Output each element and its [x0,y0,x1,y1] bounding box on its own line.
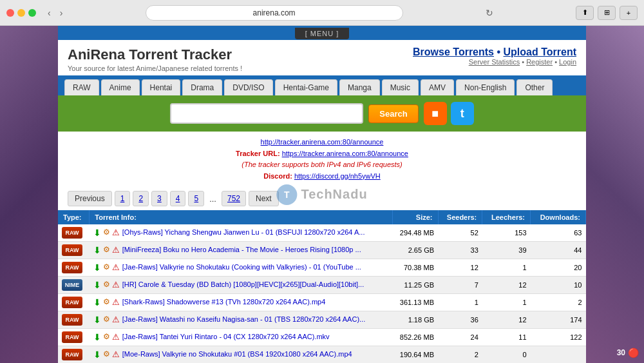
nav-tab-manga[interactable]: Manga [339,79,380,95]
back-button[interactable]: ‹ [45,6,53,19]
tracker-url2[interactable]: https://tracker.anirena.com:80/announce [282,150,408,157]
refresh-button[interactable]: ↻ [483,6,496,19]
warn-icon[interactable]: ⚠ [112,245,120,255]
menu-tab[interactable]: [ MENU ] [295,28,350,39]
cell-type: RAW [58,259,90,277]
cell-downloads [531,346,586,363]
maximize-button[interactable] [28,9,36,17]
main-container: [ MENU ] AniRena Torrent Tracker Your so… [0,26,644,363]
magnet-icon[interactable]: ⚙ [103,332,110,342]
nav-tab-other[interactable]: Other [516,79,553,95]
warn-icon[interactable]: ⚠ [112,280,120,290]
minimize-button[interactable] [17,9,25,17]
nav-tab-amv[interactable]: AMV [421,79,454,95]
search-button[interactable]: Search [368,104,418,123]
cell-size: 852.26 MB [392,329,438,346]
login-link[interactable]: Login [559,58,576,66]
tracker-url1[interactable]: http://tracker.anirena.com:80/announce [261,138,384,146]
warn-icon[interactable]: ⚠ [112,315,120,325]
page-last[interactable]: 752 [222,191,246,206]
address-bar[interactable]: anirena.com [146,5,403,21]
twitter-icon[interactable]: t [451,102,474,125]
tab-button[interactable]: ⊞ [598,6,616,20]
nav-tab-dvd-iso[interactable]: DVD/ISO [224,79,272,95]
nav-tab-raw[interactable]: RAW [64,79,99,95]
forward-button[interactable]: › [57,6,66,19]
server-statistics-link[interactable]: Server Statistics [469,58,520,66]
page-4[interactable]: 4 [170,191,186,206]
upload-torrent-link[interactable]: Upload Torrent [504,46,576,57]
nav-tab-non-english[interactable]: Non-English [456,79,515,95]
torrent-link[interactable]: [Jae-Raws] Watashi no Kaseifu Nagisa-san… [122,315,365,323]
torrent-link[interactable]: [Jae-Raws] Valkyrie no Shokutaku (Cookin… [122,263,361,271]
torrent-link[interactable]: [MiniFreeza] Boku no Hero Academia - The… [122,246,361,253]
discord-link[interactable]: https://discord.gg/nh5ywVH [294,172,381,180]
torrent-link[interactable]: [Shark-Raws] Shadowverse #13 (TVh 1280x7… [122,298,326,306]
cell-size: 190.64 MB [392,346,438,363]
download-icon[interactable]: ⬇ [93,245,101,255]
nav-tab-anime[interactable]: Anime [101,79,140,95]
download-icon[interactable]: ⬇ [93,332,101,342]
next-button[interactable]: Next [249,191,279,206]
cell-seeders: 1 [438,294,482,311]
nav-tab-music[interactable]: Music [382,79,419,95]
magnet-icon[interactable]: ⚙ [103,262,110,273]
cell-size: 361.13 MB [392,294,438,311]
cell-type: RAW [58,224,90,242]
watermark: T TechNadu [276,184,367,205]
cell-downloads: 20 [531,259,586,277]
warn-icon[interactable]: ⚠ [112,228,120,238]
magnet-icon[interactable]: ⚙ [103,297,110,308]
page-1[interactable]: 1 [115,191,131,206]
header-right: Browse Torrents • Upload Torrent Server … [413,46,576,66]
bg-right: 30 🔴 [586,26,644,363]
cell-leechers: 39 [482,242,531,259]
download-icon[interactable]: ⬇ [93,297,101,308]
col-leechers: Leechers: [482,210,531,224]
nav-tab-drama[interactable]: Drama [182,79,222,95]
magnet-icon[interactable]: ⚙ [103,245,110,255]
cell-name: ⬇ ⚙ ⚠ [Jae-Raws] Watashi no Kaseifu Nagi… [90,311,393,329]
warn-icon[interactable]: ⚠ [112,349,120,360]
previous-button[interactable]: Previous [68,191,112,206]
col-type: Type: [58,210,90,224]
warn-icon[interactable]: ⚠ [112,262,120,273]
page-2[interactable]: 2 [133,191,149,206]
cell-downloads: 122 [531,329,586,346]
close-button[interactable] [6,9,14,17]
torrent-link[interactable]: [Ohys-Raws] Yichang Shengwu Jianwen Lu -… [122,228,365,236]
download-icon[interactable]: ⬇ [93,280,101,290]
torrent-link[interactable]: [HR] Carole & Tuesday (BD Batch) [1080p]… [122,280,364,288]
cell-name: ⬇ ⚙ ⚠ [Shark-Raws] Shadowverse #13 (TVh … [90,294,393,311]
download-icon[interactable]: ⬇ [93,349,101,360]
torrent-link[interactable]: [Moe-Raws] Valkyrie no Shokutaku #01 (BS… [122,350,352,358]
cell-type: RAW [58,242,90,259]
nav-tab-hentai[interactable]: Hentai [142,79,181,95]
page-5[interactable]: 5 [188,191,204,206]
cell-seeders: 12 [438,259,482,277]
magnet-icon[interactable]: ⚙ [103,228,110,238]
page-3[interactable]: 3 [151,191,167,206]
ellipsis: ... [207,194,219,204]
torrent-link[interactable]: [Jae-Raws] Tantei Yuri Rintaro - 04 (CX … [122,333,330,340]
share-button[interactable]: ⬆ [576,6,594,20]
discord-label: Discord: [263,172,292,180]
nav-tab-hentai-game[interactable]: Hentai-Game [275,79,337,95]
browser-actions: ⬆ ⊞ + [576,6,638,20]
register-link[interactable]: Register [526,58,553,66]
browse-torrents-link[interactable]: Browse Torrents [413,46,494,57]
rss-icon[interactable]: ■ [424,102,447,125]
warn-icon[interactable]: ⚠ [112,297,120,308]
download-icon[interactable]: ⬇ [93,315,101,325]
header-links: Server Statistics • Register • Login [413,58,576,66]
site-wrapper: [ MENU ] AniRena Torrent Tracker Your so… [58,26,586,363]
magnet-icon[interactable]: ⚙ [103,280,110,290]
magnet-icon[interactable]: ⚙ [103,315,110,325]
download-icon[interactable]: ⬇ [93,228,101,238]
new-tab-button[interactable]: + [620,6,638,20]
search-input[interactable] [170,103,363,124]
cell-seeders: 33 [438,242,482,259]
magnet-icon[interactable]: ⚙ [103,349,110,360]
download-icon[interactable]: ⬇ [93,262,101,273]
warn-icon[interactable]: ⚠ [112,332,120,342]
